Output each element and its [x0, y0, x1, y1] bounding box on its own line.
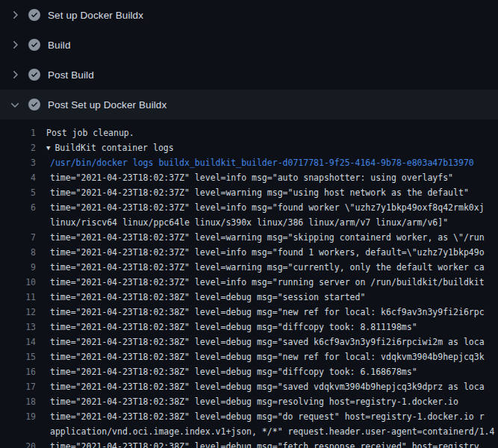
log-text: application/vnd.oci.image.index.v1+json,…: [46, 424, 498, 439]
line-number[interactable]: 11: [0, 290, 36, 305]
log-line: 12 time="2021-04-23T18:02:38Z" level=deb…: [0, 305, 498, 320]
log-line: 5 time="2021-04-23T18:02:37Z" level=warn…: [0, 185, 498, 200]
check-circle-icon: [28, 9, 40, 21]
log-text: time="2021-04-23T18:02:38Z" level=debug …: [46, 290, 498, 305]
log-text: time="2021-04-23T18:02:38Z" level=debug …: [46, 305, 498, 320]
log-text: time="2021-04-23T18:02:38Z" level=debug …: [46, 394, 498, 409]
chevron-down-icon: [9, 99, 21, 111]
log-line: 10 time="2021-04-23T18:02:37Z" level=inf…: [0, 275, 498, 290]
step-label: Build: [48, 40, 71, 51]
line-number[interactable]: 19: [0, 409, 36, 424]
line-number[interactable]: 16: [0, 364, 36, 379]
step-label: Set up Docker Buildx: [48, 10, 143, 21]
line-number[interactable]: 4: [0, 170, 36, 185]
log-text: time="2021-04-23T18:02:38Z" level=debug …: [46, 439, 498, 448]
line-number[interactable]: 14: [0, 335, 36, 349]
line-number[interactable]: 17: [0, 379, 36, 394]
log-text: time="2021-04-23T18:02:38Z" level=debug …: [46, 409, 498, 424]
log-line: 18 time="2021-04-23T18:02:38Z" level=deb…: [0, 394, 498, 409]
log-lines-container: 1 Post job cleanup. 2 ▼ BuildKit contain…: [0, 119, 498, 448]
log-text: time="2021-04-23T18:02:37Z" level=info m…: [46, 245, 498, 260]
line-number[interactable]: 2: [0, 140, 36, 155]
check-circle-icon: [28, 39, 40, 51]
log-text: time="2021-04-23T18:02:38Z" level=debug …: [46, 349, 498, 364]
log-text: time="2021-04-23T18:02:38Z" level=debug …: [46, 379, 498, 394]
log-line: 16 time="2021-04-23T18:02:38Z" level=deb…: [0, 364, 498, 379]
log-line: 14 time="2021-04-23T18:02:38Z" level=deb…: [0, 335, 498, 349]
log-line: 7 time="2021-04-23T18:02:37Z" level=warn…: [0, 230, 498, 245]
log-line: 13 time="2021-04-23T18:02:38Z" level=deb…: [0, 320, 498, 335]
log-text: time="2021-04-23T18:02:37Z" level=warnin…: [46, 230, 498, 245]
log-text: time="2021-04-23T18:02:37Z" level=info m…: [46, 275, 498, 290]
line-number[interactable]: 1: [0, 125, 36, 140]
actions-log-viewer: Set up Docker Buildx Build Post Build: [0, 0, 498, 448]
chevron-right-icon: [9, 69, 21, 81]
line-number[interactable]: 10: [0, 275, 36, 290]
log-text: time="2021-04-23T18:02:37Z" level=info m…: [46, 170, 498, 185]
line-number[interactable]: 20: [0, 439, 36, 448]
log-text: time="2021-04-23T18:02:38Z" level=debug …: [46, 364, 498, 379]
line-number[interactable]: 18: [0, 394, 36, 409]
log-text: /usr/bin/docker logs buildx_buildkit_bui…: [46, 155, 498, 170]
log-line: linux/riscv64 linux/ppc64le linux/s390x …: [0, 215, 498, 230]
line-number[interactable]: 3: [0, 155, 36, 170]
log-line: 8 time="2021-04-23T18:02:37Z" level=info…: [0, 245, 498, 260]
log-group-caret-icon[interactable]: ▼: [46, 140, 50, 155]
log-text: time="2021-04-23T18:02:37Z" level=info m…: [46, 200, 498, 215]
step-label: Post Build: [48, 69, 94, 81]
log-line: 9 time="2021-04-23T18:02:37Z" level=warn…: [0, 260, 498, 275]
log-line: 20 time="2021-04-23T18:02:38Z" level=deb…: [0, 439, 498, 448]
log-line: 15 time="2021-04-23T18:02:38Z" level=deb…: [0, 349, 498, 364]
check-circle-icon: [28, 99, 40, 111]
log-line: 3 /usr/bin/docker logs buildx_buildkit_b…: [0, 155, 498, 170]
line-number[interactable]: 12: [0, 305, 36, 320]
log-line: 2 ▼ BuildKit container logs: [0, 140, 498, 155]
line-number[interactable]: 8: [0, 245, 36, 260]
line-number[interactable]: 9: [0, 260, 36, 275]
step-header-2[interactable]: Post Build: [0, 60, 498, 90]
step-header-1[interactable]: Build: [0, 30, 498, 60]
log-line: application/vnd.oci.image.index.v1+json,…: [0, 424, 498, 439]
line-number[interactable]: 13: [0, 320, 36, 335]
log-line: 4 time="2021-04-23T18:02:37Z" level=info…: [0, 170, 498, 185]
chevron-right-icon: [9, 9, 21, 21]
log-line: 6 time="2021-04-23T18:02:37Z" level=info…: [0, 200, 498, 215]
log-text: time="2021-04-23T18:02:38Z" level=debug …: [46, 335, 498, 349]
line-number[interactable]: 15: [0, 349, 36, 364]
log-text: time="2021-04-23T18:02:37Z" level=warnin…: [46, 185, 498, 200]
log-text: BuildKit container logs: [55, 140, 498, 155]
step-header-3[interactable]: Post Set up Docker Buildx: [0, 90, 498, 119]
step-header-0[interactable]: Set up Docker Buildx: [0, 0, 498, 30]
check-circle-icon: [28, 69, 40, 81]
step-label: Post Set up Docker Buildx: [48, 99, 166, 111]
log-text: time="2021-04-23T18:02:37Z" level=warnin…: [46, 260, 498, 275]
log-text: Post job cleanup.: [46, 125, 498, 140]
log-line: 17 time="2021-04-23T18:02:38Z" level=deb…: [0, 379, 498, 394]
line-number[interactable]: 7: [0, 230, 36, 245]
log-line: 19 time="2021-04-23T18:02:38Z" level=deb…: [0, 409, 498, 424]
log-line: 11 time="2021-04-23T18:02:38Z" level=deb…: [0, 290, 498, 305]
log-line: 1 Post job cleanup.: [0, 125, 498, 140]
steps-list: Set up Docker Buildx Build Post Build: [0, 0, 498, 119]
log-text: time="2021-04-23T18:02:38Z" level=debug …: [46, 320, 498, 335]
chevron-right-icon: [9, 39, 21, 51]
line-number[interactable]: 5: [0, 185, 36, 200]
line-number[interactable]: 6: [0, 200, 36, 215]
log-text: linux/riscv64 linux/ppc64le linux/s390x …: [46, 215, 498, 230]
